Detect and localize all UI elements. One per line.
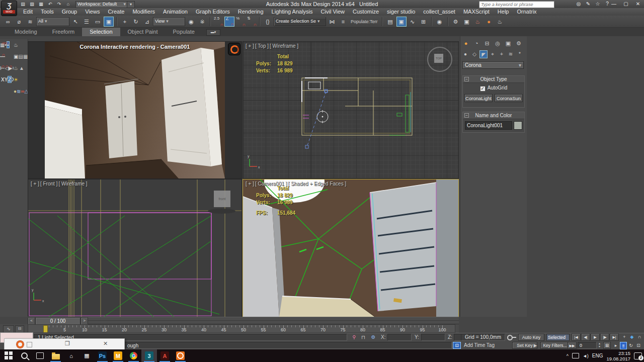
object-type-button[interactable]: CoronaLight: [464, 94, 493, 102]
play-button[interactable]: ▶: [591, 333, 600, 341]
render-production-icon[interactable]: ♨: [473, 17, 483, 27]
space-warps-category[interactable]: ≋: [507, 50, 515, 58]
current-frame-marker[interactable]: [43, 325, 48, 333]
notification-center-icon[interactable]: 2: [634, 352, 642, 359]
object-type-button[interactable]: CoronaSun: [495, 94, 523, 102]
y-input[interactable]: [422, 334, 445, 340]
show-key-window-icon[interactable]: ⊞: [603, 342, 611, 349]
frame-input[interactable]: [578, 342, 596, 348]
menu-item[interactable]: collect_asset: [419, 8, 459, 16]
menu-item[interactable]: Edit: [19, 8, 37, 16]
rendered-frame-window-icon[interactable]: ▣: [462, 17, 472, 27]
track-bar-filter-button[interactable]: ⊟: [15, 325, 24, 333]
selection-lock-icon[interactable]: ⊓: [359, 334, 367, 341]
select-and-scale-icon[interactable]: ⊿: [142, 17, 152, 27]
key-mode-toggle[interactable]: ▶▶: [568, 342, 577, 349]
mini-curve-editor-button[interactable]: ∿: [3, 325, 14, 333]
select-and-rotate-icon[interactable]: ↻: [131, 17, 141, 27]
edit-named-selection-sets-icon[interactable]: {}: [263, 17, 273, 27]
autogrid-checkbox[interactable]: ✓: [480, 86, 486, 92]
store-icon[interactable]: ⌂: [63, 349, 79, 362]
redo-icon[interactable]: ↷: [55, 1, 63, 7]
hierarchy-tab[interactable]: ⊟: [482, 39, 492, 48]
bind-to-space-warp-icon[interactable]: ≋: [25, 17, 35, 27]
pan-view-icon[interactable]: +: [621, 333, 628, 341]
render-teapot-edit-icon[interactable]: ♨: [14, 42, 18, 48]
chrome-icon[interactable]: [126, 349, 141, 362]
viewport-corona-render[interactable]: Corona Interactive rendering - Camera001: [28, 41, 242, 179]
align-icon[interactable]: ≡: [338, 17, 348, 27]
object-name-field[interactable]: [465, 121, 512, 130]
3dsmax-logo[interactable]: Ʒ MXD: [1, 1, 17, 16]
corona-render-icon[interactable]: ●: [484, 17, 494, 27]
modify-tab[interactable]: ◔: [472, 39, 481, 48]
y-coordinate-field[interactable]: [421, 334, 445, 341]
zoom-extents-all-icon[interactable]: ◆: [628, 333, 635, 341]
display-tab[interactable]: ▣: [504, 39, 513, 48]
select-object-icon[interactable]: ↖: [70, 17, 80, 27]
autocad-icon[interactable]: A: [157, 349, 173, 362]
3dsmax-icon[interactable]: 3: [141, 349, 157, 362]
x-input[interactable]: [388, 334, 411, 340]
next-frame-arrow[interactable]: >: [80, 317, 88, 325]
curve-editor-icon[interactable]: ∿: [408, 17, 418, 27]
selection-filter-dropdown[interactable]: All▾: [36, 17, 69, 26]
restore-button[interactable]: ▢: [623, 1, 629, 7]
frame-spinner[interactable]: ▲▼: [597, 342, 602, 349]
snaps-toggle-25-icon[interactable]: 2.5∩: [213, 17, 223, 27]
systems-category[interactable]: *: [516, 50, 524, 58]
auto-key-button[interactable]: Auto Key: [518, 334, 544, 341]
menu-item[interactable]: Animation: [159, 8, 192, 16]
table-view-icon[interactable]: ▦: [23, 53, 28, 59]
time-slider[interactable]: < 0 / 100 >: [28, 317, 459, 324]
viewport-front[interactable]: xy [ + ][ Front ][ Wireframe ] front: [28, 179, 242, 317]
reference-coordinate-dropdown[interactable]: View▾: [153, 17, 185, 26]
previous-frame-arrow[interactable]: <: [28, 317, 35, 325]
geometry-category[interactable]: ●: [461, 50, 469, 58]
keyword-search-input[interactable]: [479, 2, 554, 8]
corona-logo-icon[interactable]: [228, 43, 240, 55]
manage-layers-icon[interactable]: ▤: [385, 17, 395, 27]
zoom-region-icon[interactable]: ▸: [612, 342, 619, 349]
viewcube[interactable]: TOP: [427, 47, 452, 72]
ribbon-tab[interactable]: Populate: [165, 28, 202, 36]
language-indicator[interactable]: ENG: [592, 353, 603, 358]
create-tab[interactable]: ●: [461, 39, 470, 48]
ribbon-tab[interactable]: Modeling: [7, 28, 45, 36]
set-keys-key-icon[interactable]: [507, 335, 516, 340]
help-icon[interactable]: ?: [604, 1, 611, 7]
maximize-viewport-toggle-icon[interactable]: ⊡: [635, 342, 642, 349]
object-color-swatch[interactable]: [514, 121, 522, 130]
start-button[interactable]: [1, 349, 17, 362]
menu-item[interactable]: Modifiers: [128, 8, 159, 16]
menu-item[interactable]: Create: [104, 8, 128, 16]
helpers-category[interactable]: +: [498, 50, 506, 58]
snap-edge-icon[interactable]: —∩: [0, 53, 5, 59]
workspace-selector[interactable]: Workspace: Default▾: [75, 1, 128, 8]
quick-access-more-button[interactable]: ▾: [127, 1, 135, 8]
object-category-dropdown[interactable]: Corona▾: [462, 61, 524, 69]
task-view-icon[interactable]: [32, 349, 48, 362]
menu-item[interactable]: Graph Editors: [192, 8, 234, 16]
taskbar-clock[interactable]: 23:1519.08.2017: [606, 350, 630, 361]
collapse-icon[interactable]: −: [464, 77, 469, 81]
go-to-start-button[interactable]: |◀: [572, 333, 581, 341]
file-explorer-icon[interactable]: [48, 349, 63, 362]
time-slider-track[interactable]: [88, 317, 459, 324]
current-frame-field[interactable]: [578, 342, 597, 349]
infocenter-search-icon[interactable]: ◎: [575, 1, 582, 7]
close-icon[interactable]: ✕: [103, 340, 108, 347]
mail-m-icon[interactable]: M: [110, 349, 126, 362]
ribbon-tab[interactable]: Object Paint: [120, 28, 166, 36]
save-file-icon[interactable]: ▦: [37, 1, 45, 7]
ribbon-minimize-button[interactable]: ▬▾: [206, 29, 220, 36]
angle-snap-toggle-icon[interactable]: ∠∩: [224, 17, 234, 27]
undo-icon[interactable]: ↶: [46, 1, 54, 7]
time-tag-icon[interactable]: ⊡: [453, 342, 461, 349]
menu-item[interactable]: Views: [81, 8, 104, 16]
select-and-link-icon[interactable]: ∞: [3, 17, 13, 27]
isolate-selection-pin-icon[interactable]: ⚲: [350, 334, 358, 341]
photoshop-icon[interactable]: Ps: [95, 349, 110, 362]
named-selection-sets-dropdown[interactable]: Create Selection Se▾: [274, 17, 326, 26]
corona-launcher-icon[interactable]: [173, 349, 188, 362]
